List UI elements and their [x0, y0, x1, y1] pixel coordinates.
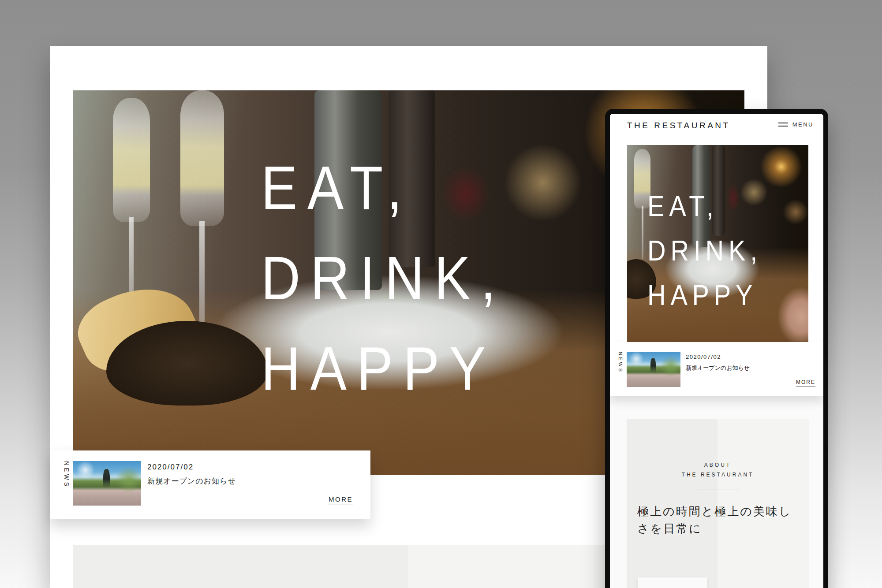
phone-mockup: THE RESTAURANT MENU EAT, DRINK, HAPPY NE…: [605, 109, 828, 588]
about-image-peek: [638, 577, 707, 588]
hero-headline: EAT, DRINK, HAPPY: [261, 142, 506, 413]
news-date: 2020/07/02: [147, 463, 194, 472]
about-body-line-1: 極上の時間と極上の美味し: [637, 504, 792, 519]
news-section-label: NEWS: [63, 461, 70, 488]
more-link[interactable]: MORE: [329, 495, 353, 505]
news-card[interactable]: NEWS 2020/07/02 新規オープンのお知らせ MORE: [50, 450, 370, 519]
hero-line-1: EAT,: [647, 184, 762, 229]
menu-label: MENU: [792, 121, 814, 128]
hero-line-3: HAPPY: [647, 273, 762, 318]
hero-headline-mobile: EAT, DRINK, HAPPY: [647, 184, 762, 318]
about-heading-name: THE RESTAURANT: [627, 472, 809, 478]
more-link[interactable]: MORE: [796, 379, 815, 387]
page: { "desktop": { "logo": "THE RESTAURANT",…: [0, 0, 882, 588]
news-card-mobile[interactable]: NEWS 2020/07/02 新規オープンのお知らせ MORE: [610, 342, 823, 396]
about-heading: ABOUT: [627, 462, 809, 468]
terrace-umbrella-shape: [650, 358, 656, 373]
menu-button-mobile[interactable]: MENU: [778, 121, 814, 128]
about-section-mobile: ABOUT THE RESTAURANT 極上の時間と極上の美味し さを日常に: [627, 419, 809, 588]
news-title: 新規オープンのお知らせ: [686, 364, 750, 372]
hero-line-2: DRINK,: [261, 233, 506, 323]
hero-line-1: EAT,: [261, 142, 506, 233]
hero-line-3: HAPPY: [261, 323, 506, 413]
news-date: 2020/07/02: [686, 354, 721, 360]
news-thumbnail: [73, 461, 141, 506]
heading-divider: [697, 490, 739, 490]
about-body-line-2: さを日常に: [637, 521, 702, 536]
news-thumbnail: [627, 352, 680, 387]
news-section-label: NEWS: [618, 352, 623, 373]
hamburger-icon: [778, 123, 788, 127]
news-title: 新規オープンのお知らせ: [147, 476, 236, 486]
hero-line-2: DRINK,: [647, 229, 762, 273]
hero-image-mobile: EAT, DRINK, HAPPY: [627, 145, 808, 342]
site-logo-mobile[interactable]: THE RESTAURANT: [627, 121, 730, 130]
terrace-umbrella-shape: [103, 469, 110, 488]
